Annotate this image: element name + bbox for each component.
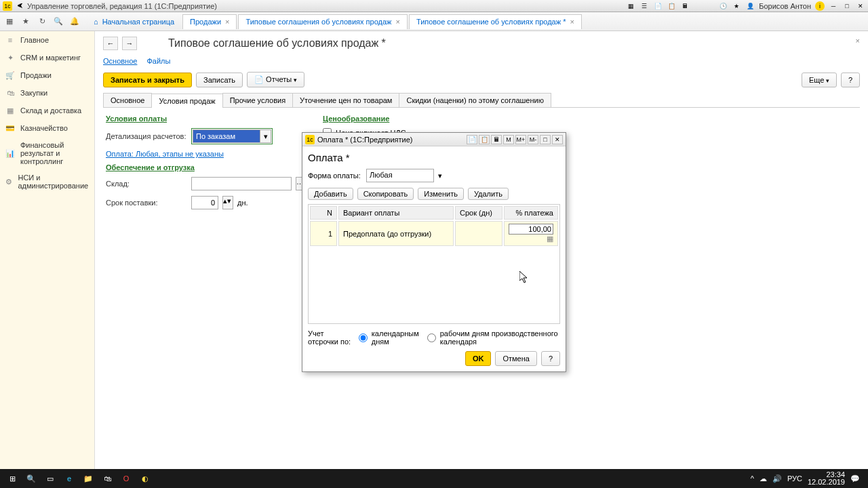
cell-pct[interactable]: ▦ — [504, 221, 558, 246]
tab-agreements[interactable]: Типовые соглашения об условиях продаж × — [238, 14, 407, 29]
radio-calendar[interactable] — [359, 333, 368, 342]
save-close-button[interactable]: Записать и закрыть — [103, 73, 192, 87]
mminus-icon[interactable]: M- — [528, 135, 538, 144]
delete-button[interactable]: Удалить — [468, 188, 509, 200]
formtab-sales[interactable]: Условия продаж — [151, 94, 222, 108]
detail-select[interactable]: По заказам — [193, 129, 260, 143]
onedrive-icon[interactable]: ☁ — [760, 474, 767, 483]
warehouse-input[interactable] — [191, 177, 292, 190]
tab-home[interactable]: ⌂ Начальная страница — [87, 14, 181, 29]
save-button[interactable]: Записать — [196, 73, 243, 87]
copy-button[interactable]: Скопировать — [357, 188, 414, 200]
sidebar-item-purchase[interactable]: 🛍Закупки — [0, 84, 94, 102]
explorer-icon[interactable]: 📁 — [79, 469, 98, 488]
payment-table: N Вариант оплаты Срок (дн) % платежа 1 П… — [308, 204, 560, 324]
tray-up-icon[interactable]: ^ — [751, 474, 754, 483]
history-icon[interactable]: ↻ — [35, 15, 49, 28]
dropdown-icon[interactable]: ▾ — [260, 129, 271, 143]
tool-icon[interactable]: 🖩 — [491, 135, 502, 144]
nav-back-button[interactable]: ← — [103, 37, 118, 50]
calc-icon[interactable]: ▦ — [547, 235, 553, 243]
close-icon[interactable]: ✕ — [552, 135, 563, 144]
add-button[interactable]: Добавить — [308, 188, 353, 200]
radio-label: Учет отсрочки по: — [308, 329, 355, 346]
subnav-files[interactable]: Файлы — [146, 57, 170, 65]
start-icon[interactable]: ⊞ — [3, 469, 22, 488]
col-pct[interactable]: % платежа — [504, 206, 558, 220]
sidebar-item-admin[interactable]: ⚙НСИ и администрирование — [0, 169, 94, 194]
cancel-button[interactable]: Отмена — [495, 351, 536, 366]
payform-select[interactable]: Любая — [366, 169, 434, 182]
radio-workdays[interactable] — [427, 333, 436, 342]
windows-taskbar: ⊞ 🔍 ▭ e 📁 🛍 O ◐ ^ ☁ 🔊 РУС 23:34 12.02.20… — [0, 469, 868, 488]
info-icon[interactable]: i — [815, 1, 825, 11]
search-icon[interactable]: 🔍 — [22, 469, 41, 488]
close-icon[interactable]: × — [225, 18, 229, 26]
favorite-icon[interactable]: ★ — [732, 1, 741, 11]
more-button[interactable]: Еще — [802, 73, 837, 87]
subnav-main[interactable]: Основное — [103, 57, 137, 65]
col-days[interactable]: Срок (дн) — [455, 206, 502, 220]
help-button[interactable]: ? — [841, 73, 860, 87]
tab-label: Начальная страница — [102, 18, 174, 26]
maximize-icon[interactable]: □ — [540, 135, 551, 144]
nav-fwd-button[interactable]: → — [122, 37, 137, 50]
help-button[interactable]: ? — [541, 351, 560, 366]
tool-icon[interactable]: 📄 — [467, 135, 477, 144]
bell-icon[interactable]: 🔔 — [68, 15, 81, 28]
m-icon[interactable]: M — [503, 135, 514, 144]
dialog-titlebar[interactable]: 1c Оплата * (1С:Предприятие) 📄 📋 🖩 M M+ … — [302, 133, 566, 146]
tool-icon[interactable]: 🖩 — [680, 1, 690, 11]
sidebar-item-crm[interactable]: ✦CRM и маркетинг — [0, 49, 94, 66]
back-icon[interactable]: ⮜ — [15, 1, 24, 11]
search-icon[interactable]: 🔍 — [52, 15, 65, 28]
maximize-icon[interactable]: □ — [842, 1, 852, 11]
tab-agreement[interactable]: Типовое соглашение об условиях продаж * … — [409, 14, 582, 29]
notifications-icon[interactable]: 💬 — [850, 474, 860, 483]
store-icon[interactable]: 🛍 — [98, 469, 117, 488]
ok-button[interactable]: OK — [465, 351, 492, 366]
sidebar-item-warehouse[interactable]: ▦Склад и доставка — [0, 102, 94, 119]
star-icon[interactable]: ★ — [19, 15, 33, 28]
tool-icon[interactable]: 📋 — [667, 1, 676, 11]
tool-icon[interactable]: 📄 — [653, 1, 663, 11]
history-icon[interactable]: 🕓 — [718, 1, 728, 11]
pct-input[interactable] — [509, 224, 553, 235]
tool-icon[interactable]: 📋 — [479, 135, 490, 144]
payment-link[interactable]: Оплата: Любая, этапы не указаны — [106, 150, 296, 158]
col-n[interactable]: N — [310, 206, 337, 220]
formtab-main[interactable]: Основное — [103, 93, 152, 107]
close-icon[interactable]: × — [395, 18, 399, 26]
col-variant[interactable]: Вариант оплаты — [338, 206, 454, 220]
dropdown-icon[interactable]: ▾ — [438, 171, 442, 180]
lang-indicator[interactable]: РУС — [787, 474, 802, 483]
tab-sales[interactable]: Продажи × — [182, 14, 237, 29]
apps-icon[interactable]: ▦ — [3, 15, 16, 28]
delivery-input[interactable] — [191, 196, 218, 209]
mplus-icon[interactable]: M+ — [515, 135, 526, 144]
formtab-price[interactable]: Уточнение цен по товарам — [292, 93, 399, 107]
close-icon[interactable]: × — [856, 37, 860, 45]
table-row[interactable]: 1 Предоплата (до отгрузки) ▦ — [310, 221, 558, 246]
close-icon[interactable]: ✕ — [856, 1, 865, 11]
minimize-icon[interactable]: ─ — [829, 1, 838, 11]
edit-button[interactable]: Изменить — [418, 188, 464, 200]
edge-icon[interactable]: e — [60, 469, 79, 488]
tool-icon[interactable]: ☰ — [639, 1, 649, 11]
taskview-icon[interactable]: ▭ — [41, 469, 60, 488]
volume-icon[interactable]: 🔊 — [772, 474, 782, 483]
app-icon: 1c — [305, 135, 315, 144]
reports-button[interactable]: 📄 Отчеты — [247, 72, 304, 87]
sidebar-item-sales[interactable]: 🛒Продажи — [0, 66, 94, 84]
opera-icon[interactable]: O — [117, 469, 136, 488]
tool-icon[interactable]: ▦ — [626, 1, 635, 11]
app-icon[interactable]: ◐ — [136, 469, 155, 488]
sidebar-item-treasury[interactable]: 💳Казначейство — [0, 119, 94, 137]
formtab-other[interactable]: Прочие условия — [222, 93, 293, 107]
sidebar-item-main[interactable]: ≡Главное — [0, 31, 94, 49]
clock[interactable]: 23:34 12.02.2019 — [808, 471, 845, 486]
close-icon[interactable]: × — [570, 18, 574, 26]
sidebar-item-finance[interactable]: 📊Финансовый результат и контроллинг — [0, 137, 94, 169]
formtab-discounts[interactable]: Скидки (наценки) по этому соглашению — [399, 93, 551, 107]
spinner-icon[interactable]: ▴▾ — [222, 196, 233, 209]
